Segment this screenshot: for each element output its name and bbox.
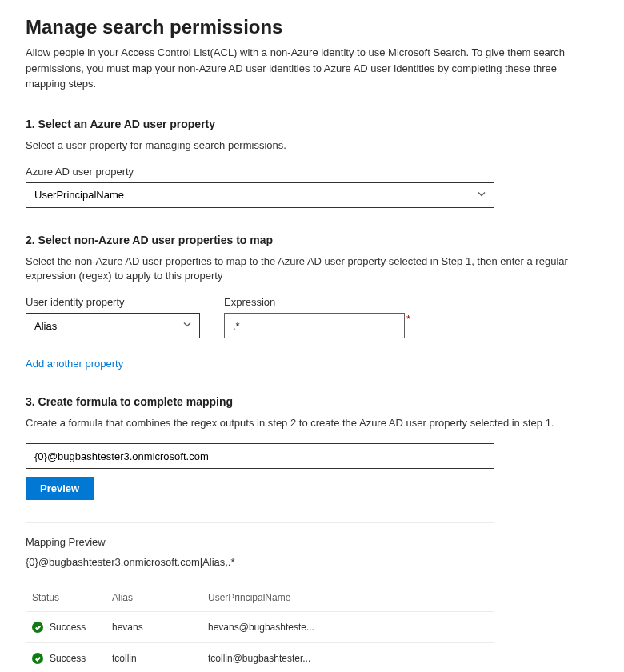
azure-ad-property-select[interactable] (26, 182, 494, 208)
preview-table: Status Alias UserPrincipalName Successhe… (26, 584, 494, 672)
step2-section: 2. Select non-Azure AD user properties t… (26, 234, 598, 370)
page-title: Manage search permissions (26, 16, 598, 38)
azure-ad-property-label: Azure AD user property (26, 166, 598, 178)
status-text: Success (50, 622, 86, 633)
col-header-status: Status (26, 584, 106, 612)
page-description: Allow people in your Access Control List… (26, 45, 598, 92)
success-icon (32, 622, 43, 633)
identity-property-label: User identity property (26, 296, 200, 308)
formula-input[interactable] (26, 443, 494, 469)
step1-title: 1. Select an Azure AD user property (26, 118, 598, 130)
separator (26, 522, 494, 523)
alias-cell: hevans (106, 612, 202, 643)
mapping-preview-section: Mapping Preview {0}@bugbashtester3.onmic… (26, 536, 598, 672)
step3-desc: Create a formula that combines the regex… (26, 416, 598, 430)
step1-section: 1. Select an Azure AD user property Sele… (26, 118, 598, 208)
identity-property-select[interactable] (26, 313, 200, 338)
preview-button[interactable]: Preview (26, 477, 94, 500)
expression-label: Expression (224, 296, 410, 308)
col-header-upn: UserPrincipalName (202, 584, 494, 612)
expression-input[interactable] (224, 313, 405, 338)
preview-title: Mapping Preview (26, 536, 598, 548)
preview-formula-display: {0}@bugbashtester3.onmicrosoft.com|Alias… (26, 556, 598, 568)
upn-cell: hevans@bugbashteste... (202, 612, 494, 643)
table-row: Successtcollintcollin@bugbashtester... (26, 643, 494, 672)
status-text: Success (50, 653, 86, 664)
step3-title: 3. Create formula to complete mapping (26, 395, 598, 408)
upn-cell: tcollin@bugbashtester... (202, 643, 494, 672)
success-icon (32, 653, 43, 664)
alias-cell: tcollin (106, 643, 202, 672)
status-cell: Success (26, 612, 106, 643)
status-cell: Success (26, 643, 106, 672)
step2-desc: Select the non-Azure AD user properties … (26, 254, 598, 283)
col-header-alias: Alias (106, 584, 202, 612)
step1-desc: Select a user property for managing sear… (26, 138, 598, 153)
required-asterisk: * (406, 313, 410, 325)
step2-title: 2. Select non-Azure AD user properties t… (26, 234, 598, 246)
add-property-link[interactable]: Add another property (26, 358, 123, 370)
table-row: Successhevanshevans@bugbashteste... (26, 612, 494, 643)
step3-section: 3. Create formula to complete mapping Cr… (26, 395, 598, 500)
